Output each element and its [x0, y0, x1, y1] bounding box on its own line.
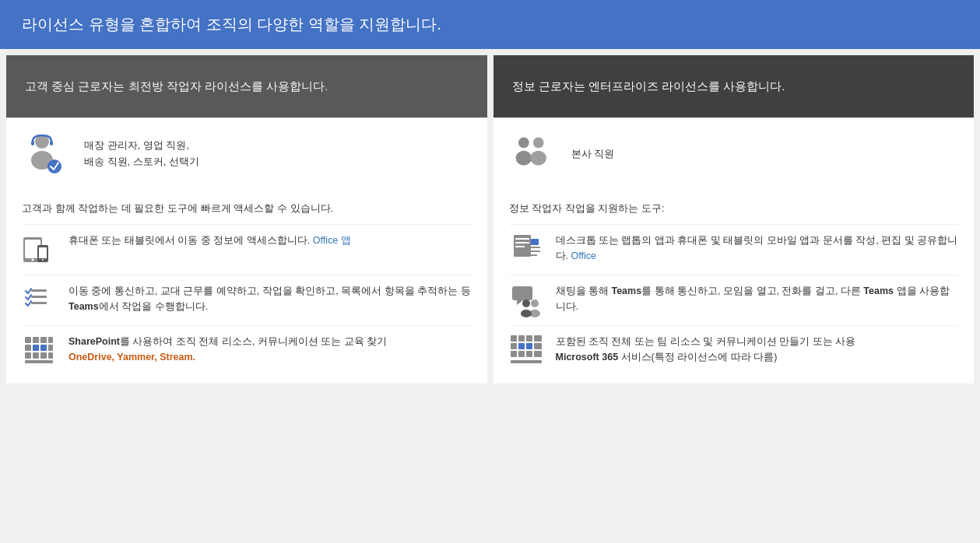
svg-rect-18 — [25, 345, 31, 351]
svg-rect-49 — [511, 343, 517, 349]
svg-rect-14 — [25, 337, 31, 343]
svg-point-43 — [522, 300, 530, 307]
onedrive-yammer-stream: OneDrive, Yammer, Stream. — [68, 352, 195, 363]
svg-rect-47 — [526, 335, 532, 342]
svg-rect-57 — [511, 360, 542, 363]
svg-rect-11 — [31, 289, 47, 292]
right-person-text: 본사 직원 — [571, 146, 615, 163]
left-person-text: 매장 관리자, 영업 직원,배송 직원, 스토커, 선택기 — [84, 138, 199, 170]
svg-rect-48 — [534, 335, 542, 342]
phone-tablet-icon — [22, 233, 56, 267]
left-section-header: 고객 중심 근로자는 최전방 작업자 라이선스를 사용합니다. — [6, 55, 487, 117]
right-column: 정보 근로자는 엔터프라이즈 라이선스를 사용합니다. 본사 직원 — [494, 55, 975, 384]
left-person-card: 매장 관리자, 영업 직원,배송 직원, 스토커, 선택기 — [6, 117, 487, 190]
right-tools-section: 정보 작업자 작업을 지원하는 도구: — [494, 190, 975, 384]
svg-rect-25 — [48, 352, 53, 359]
right-tools-header: 정보 작업자 작업을 지원하는 도구: — [509, 201, 959, 216]
left-tool-3-text: SharePoint를 사용하여 조직 전체 리소스, 커뮤니케이션 또는 교육… — [68, 334, 472, 365]
right-person-card: 본사 직원 — [494, 117, 975, 190]
info-worker-icon — [509, 131, 556, 177]
header-text: 라이선스 유형을 혼합하여 조직의 다양한 역할을 지원합니다. — [22, 16, 441, 33]
svg-point-27 — [518, 138, 529, 149]
svg-rect-24 — [40, 352, 47, 359]
svg-rect-33 — [515, 242, 529, 243]
right-section-header-text: 정보 근로자는 엔터프라이즈 라이선스를 사용합니다. — [512, 78, 785, 96]
svg-point-7 — [32, 258, 34, 261]
svg-rect-26 — [25, 360, 53, 363]
svg-rect-45 — [511, 335, 517, 342]
svg-marker-40 — [517, 300, 523, 305]
svg-point-41 — [531, 300, 539, 307]
left-section-header-text: 고객 중심 근로자는 최전방 작업자 라이선스를 사용합니다. — [25, 78, 328, 96]
svg-rect-15 — [33, 337, 39, 343]
left-person-label: 매장 관리자, 영업 직원,배송 직원, 스토커, 선택기 — [84, 139, 199, 167]
svg-rect-55 — [526, 351, 532, 357]
office-label-right: Office — [571, 250, 595, 261]
svg-rect-32 — [515, 238, 529, 240]
right-section-header: 정보 근로자는 엔터프라이즈 라이선스를 사용합니다. — [494, 55, 975, 117]
svg-rect-50 — [518, 343, 525, 349]
microsoft365-label: Microsoft 365 — [556, 352, 619, 363]
header-banner: 라이선스 유형을 혼합하여 조직의 다양한 역할을 지원합니다. — [0, 0, 980, 49]
svg-point-4 — [47, 159, 61, 173]
svg-rect-36 — [531, 250, 540, 252]
left-tool-3: SharePoint를 사용하여 조직 전체 리소스, 커뮤니케이션 또는 교육… — [22, 325, 472, 376]
svg-rect-20 — [40, 345, 47, 351]
left-tools-section: 고객과 함께 작업하는 데 필요한 도구에 빠르게 액세스할 수 있습니다. — [6, 190, 487, 384]
right-person-label: 본사 직원 — [571, 148, 615, 159]
svg-rect-3 — [50, 141, 53, 145]
svg-rect-37 — [531, 254, 537, 256]
svg-rect-39 — [512, 286, 532, 300]
document-icon — [509, 233, 543, 267]
svg-rect-17 — [48, 337, 53, 343]
right-tool-2: 채팅을 통해 Teams를 통해 통신하고, 모임을 열고, 전화를 걸고, 다… — [509, 275, 959, 325]
svg-rect-9 — [39, 247, 47, 258]
tasks-icon — [22, 283, 56, 317]
page: 라이선스 유형을 혼합하여 조직의 다양한 역할을 지원합니다. 고객 중심 근… — [0, 0, 980, 543]
svg-rect-16 — [40, 337, 47, 343]
chat-group-icon — [509, 283, 543, 317]
sharepoint-right-icon — [509, 334, 543, 368]
svg-rect-13 — [31, 302, 47, 304]
svg-point-28 — [515, 151, 532, 166]
left-tool-2-text: 이동 중에 통신하고, 교대 근무를 예약하고, 작업을 확인하고, 목록에서 … — [68, 283, 472, 314]
svg-rect-56 — [534, 351, 542, 357]
svg-rect-53 — [511, 351, 517, 357]
svg-rect-35 — [531, 247, 540, 248]
svg-point-30 — [530, 151, 546, 166]
left-tool-1-text: 휴대폰 또는 태블릿에서 이동 중 정보에 액세스합니다. Office 앱 — [68, 233, 472, 248]
svg-rect-2 — [31, 141, 34, 145]
left-column: 고객 중심 근로자는 최전방 작업자 라이선스를 사용합니다. — [6, 55, 487, 384]
frontline-worker-icon — [22, 131, 68, 177]
left-tool-1: 휴대폰 또는 태블릿에서 이동 중 정보에 액세스합니다. Office 앱 — [22, 224, 472, 275]
right-tool-3: 포함된 조직 전체 또는 팀 리소스 및 커뮤니케이션 만들기 또는 사용 Mi… — [509, 325, 959, 376]
right-tool-2-text: 채팅을 통해 Teams를 통해 통신하고, 모임을 열고, 전화를 걸고, 다… — [556, 283, 959, 314]
right-tool-1-text: 데스크톱 또는 랩톱의 앱과 휴대폰 및 태블릿의 모바일 앱과 문서를 작성,… — [556, 233, 959, 264]
svg-rect-19 — [33, 345, 39, 351]
svg-rect-23 — [33, 352, 39, 359]
svg-rect-12 — [31, 296, 47, 298]
svg-rect-51 — [526, 343, 532, 349]
sharepoint-left-icon — [22, 334, 56, 368]
right-tool-1: 데스크톱 또는 랩톱의 앱과 휴대폰 및 태블릿의 모바일 앱과 문서를 작성,… — [509, 224, 959, 275]
svg-point-29 — [532, 138, 543, 149]
svg-rect-54 — [518, 351, 525, 357]
right-tool-3-text: 포함된 조직 전체 또는 팀 리소스 및 커뮤니케이션 만들기 또는 사용 Mi… — [556, 334, 959, 365]
office-apps-label: Office 앱 — [313, 235, 351, 246]
svg-rect-38 — [531, 239, 539, 245]
svg-point-44 — [521, 310, 532, 317]
svg-point-10 — [42, 259, 44, 261]
svg-rect-52 — [534, 343, 542, 349]
main-grid: 고객 중심 근로자는 최전방 작업자 라이선스를 사용합니다. — [0, 49, 980, 390]
svg-rect-22 — [25, 352, 31, 359]
left-tool-2: 이동 중에 통신하고, 교대 근무를 예약하고, 작업을 확인하고, 목록에서 … — [22, 275, 472, 325]
svg-rect-46 — [518, 335, 525, 342]
left-tools-header: 고객과 함께 작업하는 데 필요한 도구에 빠르게 액세스할 수 있습니다. — [22, 201, 472, 216]
sharepoint-label: SharePoint — [68, 336, 120, 347]
svg-rect-34 — [515, 246, 525, 247]
svg-rect-21 — [48, 345, 53, 351]
